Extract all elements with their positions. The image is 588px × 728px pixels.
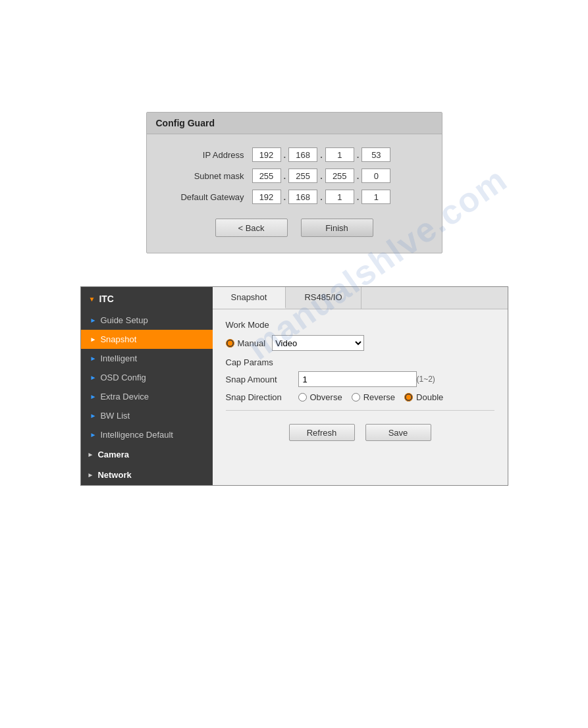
manual-radio[interactable] xyxy=(226,339,234,348)
sidebar-item-intelligent[interactable]: ► Intelligent xyxy=(81,349,213,368)
reverse-radio-label[interactable]: Reverse xyxy=(352,392,395,402)
snap-amount-input[interactable] xyxy=(298,371,417,387)
subnet-octet-4[interactable] xyxy=(361,169,390,183)
tab-rs485io-label: RS485/IO xyxy=(304,292,342,302)
ip-dot-3: . xyxy=(356,150,361,160)
sidebar-arrow-bw: ► xyxy=(90,412,97,419)
reverse-label: Reverse xyxy=(363,392,395,402)
snap-direction-options: Obverse Reverse Double xyxy=(298,392,444,402)
snap-amount-range: (1~2) xyxy=(417,375,435,384)
ip-address-row: IP Address . . . xyxy=(167,147,422,162)
save-button[interactable]: Save xyxy=(365,424,431,441)
reverse-radio[interactable] xyxy=(352,393,360,402)
subnet-dot-1: . xyxy=(282,171,288,181)
default-gateway-label: Default Gateway xyxy=(167,192,252,202)
obverse-radio-label[interactable]: Obverse xyxy=(298,392,342,402)
refresh-button[interactable]: Refresh xyxy=(289,424,355,441)
subnet-octet-2[interactable] xyxy=(288,169,317,183)
obverse-radio[interactable] xyxy=(298,393,307,402)
video-dropdown[interactable]: Video Photo xyxy=(272,335,364,351)
gw-octet-3[interactable] xyxy=(325,190,354,204)
main-content: Snapshot RS485/IO Work Mode Manual Video xyxy=(213,287,508,485)
sidebar-label-snapshot: Snapshot xyxy=(100,334,136,344)
finish-button[interactable]: Finish xyxy=(301,219,373,237)
sidebar-label-guide-setup: Guide Setup xyxy=(100,315,147,325)
double-radio[interactable] xyxy=(404,393,413,402)
config-guard-body: IP Address . . . Subnet mask . xyxy=(147,134,442,253)
subnet-mask-label: Subnet mask xyxy=(167,171,252,181)
sidebar-header-text: ITC xyxy=(99,294,114,304)
sidebar-label-osd-config: OSD Config xyxy=(100,373,146,382)
sidebar-item-bw-list[interactable]: ► BW List xyxy=(81,406,213,425)
form-area: Work Mode Manual Video Photo Cap Params … xyxy=(213,309,508,461)
camera-triangle: ► xyxy=(88,451,94,458)
tabs-row: Snapshot RS485/IO xyxy=(213,287,508,309)
sidebar-label-intelligent: Intelligent xyxy=(100,353,137,363)
ip-address-inputs: . . . xyxy=(252,147,391,162)
sidebar-arrow-osd: ► xyxy=(90,374,97,381)
bottom-container: ▼ ITC ► Guide Setup ► Snapshot ► Intelli… xyxy=(80,286,508,486)
sidebar-network-label: Network xyxy=(97,470,131,480)
tab-snapshot-label: Snapshot xyxy=(231,292,267,302)
sidebar-label-intelligence-default: Intelligence Default xyxy=(100,430,173,440)
subnet-mask-row: Subnet mask . . . xyxy=(167,169,422,183)
ip-octet-4[interactable] xyxy=(361,147,390,162)
subnet-dot-3: . xyxy=(356,171,361,181)
ip-octet-3[interactable] xyxy=(325,147,354,162)
subnet-mask-inputs: . . . xyxy=(252,169,391,183)
back-button[interactable]: < Back xyxy=(215,219,288,237)
gw-octet-1[interactable] xyxy=(252,190,281,204)
ip-dot-1: . xyxy=(282,150,288,160)
config-guard-box: Config Guard IP Address . . . Subnet mas… xyxy=(146,112,442,253)
sidebar-arrow-snapshot: ► xyxy=(90,336,97,343)
tab-rs485io[interactable]: RS485/IO xyxy=(286,287,361,309)
gw-dot-3: . xyxy=(356,192,361,202)
ip-address-label: IP Address xyxy=(167,150,252,160)
gw-dot-1: . xyxy=(282,192,288,202)
gw-octet-4[interactable] xyxy=(361,190,390,204)
sidebar-item-guide-setup[interactable]: ► Guide Setup xyxy=(81,311,213,330)
obverse-label: Obverse xyxy=(310,392,342,402)
sidebar-item-osd-config[interactable]: ► OSD Config xyxy=(81,368,213,387)
sidebar-arrow-guide: ► xyxy=(90,317,97,324)
network-triangle: ► xyxy=(88,471,94,479)
config-guard-buttons: < Back Finish xyxy=(167,219,422,237)
gw-octet-2[interactable] xyxy=(288,190,317,204)
gw-dot-2: . xyxy=(319,192,324,202)
subnet-dot-2: . xyxy=(319,171,324,181)
sidebar-arrow-extra: ► xyxy=(90,393,97,400)
config-guard-section: Config Guard IP Address . . . Subnet mas… xyxy=(0,0,588,280)
double-label: Double xyxy=(416,392,443,402)
sidebar-item-snapshot[interactable]: ► Snapshot xyxy=(81,330,213,349)
manual-radio-label[interactable]: Manual xyxy=(226,338,266,348)
ip-octet-2[interactable] xyxy=(288,147,317,162)
sidebar-arrow-intel-default: ► xyxy=(90,431,97,438)
sidebar-header: ▼ ITC xyxy=(81,287,213,311)
sidebar-header-triangle: ▼ xyxy=(89,296,95,303)
default-gateway-row: Default Gateway . . . xyxy=(167,190,422,204)
sidebar-camera-header[interactable]: ► Camera xyxy=(81,444,213,465)
sidebar-network-header[interactable]: ► Network xyxy=(81,465,213,485)
manual-label-text: Manual xyxy=(238,338,266,348)
sidebar-item-extra-device[interactable]: ► Extra Device xyxy=(81,387,213,406)
sidebar-camera-label: Camera xyxy=(97,450,129,459)
sidebar-label-bw-list: BW List xyxy=(100,411,130,421)
sidebar-arrow-intelligent: ► xyxy=(90,355,97,362)
work-mode-label: Work Mode xyxy=(226,320,494,330)
subnet-octet-3[interactable] xyxy=(325,169,354,183)
subnet-octet-1[interactable] xyxy=(252,169,281,183)
cap-params-label: Cap Params xyxy=(226,357,494,367)
gateway-inputs: . . . xyxy=(252,190,391,204)
bottom-section: ▼ ITC ► Guide Setup ► Snapshot ► Intelli… xyxy=(0,280,588,486)
ip-octet-1[interactable] xyxy=(252,147,281,162)
config-guard-title: Config Guard xyxy=(147,113,442,134)
snap-direction-row: Snap Direction Obverse Reverse Double xyxy=(226,392,494,402)
snap-amount-row: Snap Amount (1~2) xyxy=(226,371,494,387)
ip-dot-2: . xyxy=(319,150,324,160)
snap-direction-label: Snap Direction xyxy=(226,392,298,402)
bottom-buttons: Refresh Save xyxy=(226,419,494,450)
double-radio-label[interactable]: Double xyxy=(404,392,443,402)
sidebar-item-intelligence-default[interactable]: ► Intelligence Default xyxy=(81,425,213,444)
sidebar: ▼ ITC ► Guide Setup ► Snapshot ► Intelli… xyxy=(81,287,213,485)
tab-snapshot[interactable]: Snapshot xyxy=(213,287,286,309)
